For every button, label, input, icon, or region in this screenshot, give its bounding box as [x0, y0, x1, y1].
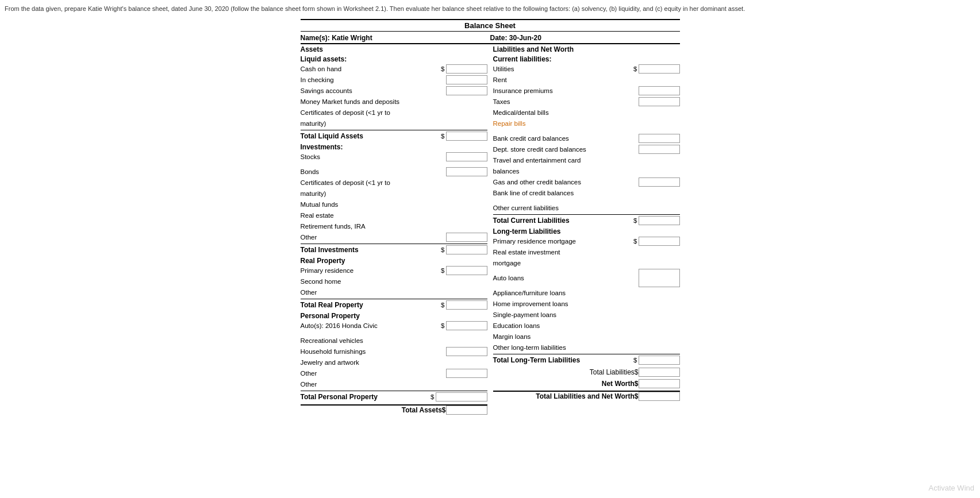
total-real-label: Total Real Property	[301, 301, 441, 309]
savings-row: Savings accounts	[301, 86, 487, 96]
other-realprop-label: Other	[301, 289, 487, 296]
primary-mortgage-input[interactable]	[639, 237, 680, 246]
total-longterm-input[interactable]	[639, 356, 680, 365]
net-worth-label: Net Worth$	[493, 380, 639, 388]
investments-header: Investments:	[301, 143, 487, 151]
total-current-input[interactable]	[639, 216, 680, 225]
home-improve-label: Home improvement loans	[493, 300, 680, 307]
other-pp2-label: Other	[301, 381, 487, 388]
bank-line-label: Bank line of credit balances	[493, 190, 680, 196]
home-improve-row: Home improvement loans	[493, 299, 680, 309]
travel-cc-label2: balances	[493, 168, 680, 175]
education-row: Education loans	[493, 321, 680, 331]
total-invest-row: Total Investments $	[301, 244, 487, 255]
total-liquid-input[interactable]	[446, 132, 487, 141]
current-liabilities-header: Current liabilities:	[493, 55, 680, 63]
second-home-row: Second home	[301, 276, 487, 287]
total-liabilities-networth-input[interactable]	[639, 392, 680, 401]
in-checking-label: In checking	[301, 76, 446, 83]
total-personal-row: Total Personal Property $	[301, 391, 487, 402]
total-longterm-row: Total Long-Term Liabilities $	[493, 354, 680, 365]
re-invest-label: Real estate investment	[493, 249, 680, 256]
cash-on-hand-input[interactable]	[446, 64, 487, 74]
total-current-label: Total Current Liabilities	[493, 217, 634, 225]
total-personal-label: Total Personal Property	[301, 393, 431, 401]
appliance-row: Appliance/furniture loans	[493, 288, 680, 298]
medical-label: Medical/dental bills	[493, 109, 680, 116]
name-header: Name(s): Katie Wright	[301, 34, 490, 42]
insurance-input[interactable]	[639, 86, 680, 95]
jewelry-row: Jewelry and artwork	[301, 357, 487, 368]
total-personal-input[interactable]	[436, 392, 487, 402]
stocks-input[interactable]	[446, 152, 487, 161]
sheet-title: Balance Sheet	[301, 19, 680, 32]
dept-cc-label: Dept. store credit card balances	[493, 146, 639, 153]
rent-row: Rent	[493, 75, 680, 85]
primary-mortgage-row: Primary residence mortgage $	[493, 236, 680, 246]
longterm-header: Long-term Liabilities	[493, 227, 680, 236]
auto-loans-label: Auto loans	[493, 275, 639, 281]
auto-row: Auto(s): 2016 Honda Civic $	[301, 321, 487, 331]
other-longterm-row: Other long-term liabilities	[493, 342, 680, 353]
total-liquid-label: Total Liquid Assets	[301, 132, 441, 140]
date-header: Date: 30-Jun-20	[490, 34, 680, 42]
cd-invest-row1: Certificates of deposit (<1 yr to	[301, 177, 487, 188]
rec-vehicles-row: Recreational vehicles	[301, 335, 487, 346]
total-real-input[interactable]	[446, 300, 487, 310]
cd-invest-label1: Certificates of deposit (<1 yr to	[301, 179, 487, 186]
taxes-row: Taxes	[493, 96, 680, 107]
auto-loans-input[interactable]	[639, 269, 680, 287]
bank-cc-row: Bank credit card balances	[493, 133, 680, 144]
gas-cc-input[interactable]	[639, 177, 680, 187]
retirement-row: Retirement funds, IRA	[301, 221, 487, 231]
auto-loans-row: Auto loans	[493, 269, 680, 287]
auto-input[interactable]	[446, 321, 487, 330]
intro-text: From the data given, prepare Katie Wrigh…	[5, 5, 975, 13]
mortgage2-row: mortgage	[493, 258, 680, 268]
liquid-assets-header: Liquid assets:	[301, 55, 487, 63]
cd-invest-label2: maturity)	[301, 190, 487, 197]
total-liabilities-row: Total Liabilities$	[493, 368, 680, 377]
household-input[interactable]	[446, 347, 487, 356]
bonds-row: Bonds	[301, 167, 487, 177]
primary-residence-input[interactable]	[446, 266, 487, 275]
primary-residence-label: Primary residence	[301, 267, 441, 274]
insurance-row: Insurance premiums	[493, 86, 680, 96]
medical-row: Medical/dental bills	[493, 107, 680, 118]
primary-residence-row: Primary residence $	[301, 265, 487, 276]
other-realprop-row: Other	[301, 287, 487, 298]
household-row: Household furnishings	[301, 346, 487, 357]
single-payment-label: Single-payment loans	[493, 311, 680, 318]
other-invest-input[interactable]	[446, 233, 487, 242]
gas-cc-row: Gas and other credit balances	[493, 177, 680, 187]
in-checking-input[interactable]	[446, 75, 487, 84]
net-worth-input[interactable]	[639, 379, 680, 388]
total-assets-input[interactable]	[446, 406, 487, 415]
taxes-input[interactable]	[639, 97, 680, 106]
other-pp1-row: Other	[301, 368, 487, 379]
personal-property-header: Personal Property	[301, 312, 487, 320]
total-invest-input[interactable]	[446, 245, 487, 254]
total-real-row: Total Real Property $	[301, 299, 487, 310]
dept-cc-row: Dept. store credit card balances	[493, 144, 680, 155]
cd-row2: maturity)	[301, 118, 487, 129]
savings-input[interactable]	[446, 86, 487, 95]
utilities-input[interactable]	[639, 64, 680, 74]
cd-invest-row2: maturity)	[301, 188, 487, 199]
real-estate-invest-row: Real estate	[301, 210, 487, 221]
dept-cc-input[interactable]	[639, 145, 680, 154]
real-property-header: Real Property	[301, 257, 487, 265]
bank-cc-input[interactable]	[639, 134, 680, 143]
bank-cc-label: Bank credit card balances	[493, 135, 639, 142]
bonds-input[interactable]	[446, 167, 487, 176]
total-invest-label: Total Investments	[301, 246, 441, 254]
other-pp1-input[interactable]	[446, 369, 487, 378]
rent-label: Rent	[493, 76, 680, 83]
other-current-row: Other current liabilities	[493, 203, 680, 213]
in-checking-row: In checking	[301, 75, 487, 85]
insurance-label: Insurance premiums	[493, 87, 639, 94]
total-longterm-label: Total Long-Term Liabilities	[493, 356, 634, 364]
other-pp1-label: Other	[301, 370, 446, 377]
total-liabilities-input[interactable]	[639, 368, 680, 377]
total-liabilities-networth-row: Total Liabilities and Net Worth$	[493, 391, 680, 401]
